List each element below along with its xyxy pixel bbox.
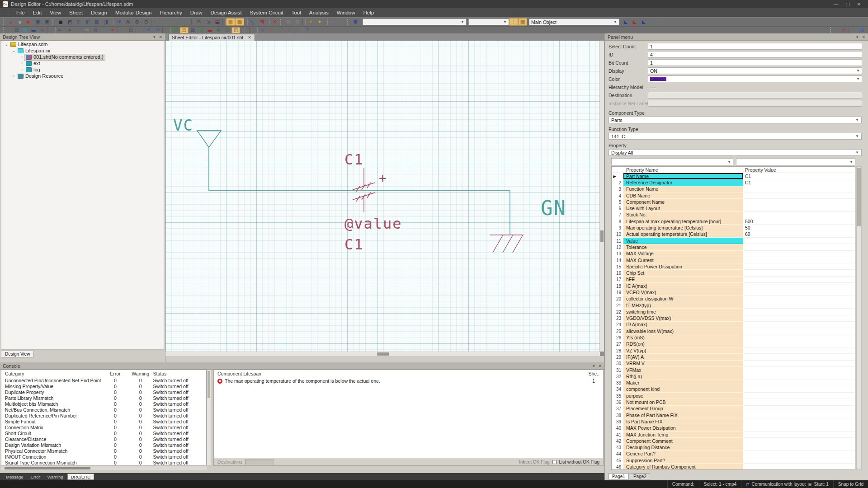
property-name-cell[interactable]: Not mount on PCB <box>623 399 743 405</box>
draw-tool-icon[interactable]: ✎ <box>337 18 346 26</box>
window-split-icon[interactable]: ◩ <box>65 18 74 26</box>
angle-blue-icon[interactable]: ◺ <box>248 18 257 26</box>
property-row[interactable]: 35 purpose <box>612 393 855 399</box>
property-table-header[interactable]: Property Name Property Value <box>612 167 855 173</box>
property-name-cell[interactable]: MAX Junction Temp. <box>623 432 743 438</box>
property-value-cell[interactable] <box>743 199 855 205</box>
list-icon[interactable]: ▤ <box>127 27 135 33</box>
property-value-cell[interactable] <box>743 186 855 192</box>
scrollbar-thumb[interactable] <box>5 467 90 469</box>
property-row[interactable]: 34 component kind <box>612 386 855 393</box>
erc-row[interactable]: Missing Property/Value 0 0 Switch turned… <box>1 383 206 389</box>
pan-right-icon[interactable]: → <box>164 18 173 26</box>
align-bottom-icon[interactable]: ⇥ <box>65 27 73 33</box>
property-name-cell[interactable]: Placement Group <box>623 406 743 412</box>
pane-left-icon[interactable]: ◧ <box>83 18 92 26</box>
scrollbar-thumb[interactable] <box>208 371 210 398</box>
property-row[interactable]: 24 ID A(max) <box>612 322 855 328</box>
property-name-cell[interactable]: Yfs (mS) <box>623 334 743 341</box>
property-value-cell[interactable] <box>743 334 855 341</box>
component-type-dropdown[interactable]: Parts▼ <box>609 117 862 123</box>
property-row[interactable]: 10 Actual operating temperature [Celsius… <box>612 231 855 238</box>
property-row[interactable]: 7 Stock No. <box>612 212 855 218</box>
property-name-cell[interactable]: IC A(max) <box>623 283 743 289</box>
add-component-icon[interactable]: ⊞ <box>171 27 180 33</box>
copy-sheet-icon[interactable]: ⧉ <box>284 18 293 26</box>
blank-page-icon[interactable]: ▢ <box>240 27 249 33</box>
tree-item-log[interactable]: › log <box>1 66 164 73</box>
property-value-cell[interactable] <box>743 270 855 276</box>
property-row[interactable]: 42 Component Comment <box>612 438 855 444</box>
property-row[interactable]: 40 MAX Power Dissipation <box>612 425 855 432</box>
pane-right-icon[interactable]: ◨ <box>101 18 110 26</box>
property-row[interactable]: 37 Placement Group <box>612 406 855 412</box>
highlight-icon[interactable]: ✦ <box>306 18 315 26</box>
link-icon[interactable]: ∿ <box>258 27 267 33</box>
property-name-cell[interactable]: switching time <box>623 309 743 315</box>
property-name-cell[interactable]: purpose <box>623 393 743 399</box>
erc-row[interactable]: Duplicated Reference/Pin Number 0 0 Swit… <box>1 413 206 418</box>
erc-row[interactable]: Duplicate Property 0 0 Switch turned off <box>1 389 206 395</box>
property-name-cell[interactable]: Maker <box>623 380 743 386</box>
property-row[interactable]: 33 Maker <box>612 380 855 386</box>
probe-icon[interactable]: ϟ <box>328 18 337 26</box>
parts-table-icon[interactable]: ▦ <box>189 27 197 33</box>
menu-item[interactable]: System Circuit <box>246 8 288 17</box>
property-row[interactable]: 8 Lifespan at max operating temperature … <box>612 218 855 225</box>
tree-item-001-sht[interactable]: › 001.sht(No comments entered.) <box>1 54 164 60</box>
help-icon[interactable]: ? <box>303 27 311 33</box>
tab-warning[interactable]: Warning <box>44 473 66 480</box>
property-row[interactable]: 41 MAX Junction Temp. <box>612 432 855 438</box>
property-name-cell[interactable]: RDS(on) <box>623 341 743 347</box>
property-value-cell[interactable] <box>743 315 855 322</box>
property-value-cell[interactable] <box>743 244 855 250</box>
property-row[interactable]: 23 VGDO/VDSS V(max) <box>612 315 855 322</box>
tab-page2[interactable]: Page2 <box>630 473 650 479</box>
erc-row[interactable]: Clearance/Distance 0 0 Switch turned off <box>1 436 206 442</box>
property-value-cell[interactable] <box>743 212 855 218</box>
snap-point-toggle-icon[interactable]: ⊹ <box>509 18 518 26</box>
canvas-vertical-scrollbar[interactable] <box>599 41 604 352</box>
property-name-cell[interactable]: component kind <box>623 386 743 393</box>
erc-row[interactable]: Multiobject bits Mismatch 0 0 Switch tur… <box>1 401 206 407</box>
property-row[interactable]: 18 IC A(max) <box>612 283 855 289</box>
refresh-view-icon[interactable]: ↺ <box>114 18 123 26</box>
property-name-cell[interactable]: Decoupling Distance <box>623 444 743 450</box>
screen-capture2-icon[interactable]: ▣ <box>42 18 52 26</box>
zoom-window-icon[interactable]: ◎ <box>123 18 132 26</box>
main-object-combo[interactable]: Main Object▼ <box>529 19 619 25</box>
property-value-cell[interactable] <box>743 328 855 334</box>
grid-snap-icon[interactable]: ▩ <box>235 18 244 26</box>
select-mode-blue-icon[interactable]: ◣ <box>621 18 630 26</box>
scrollbar-thumb[interactable] <box>377 352 389 356</box>
erc-scrollbar[interactable] <box>207 370 211 465</box>
toolbar-combo-empty[interactable]: ▼ <box>363 19 467 25</box>
tab-error[interactable]: Error <box>28 473 43 480</box>
communication-status[interactable]: ⇄Communication with layout▣Start: 1 <box>741 480 833 488</box>
property-value-cell[interactable]: C1 <box>743 179 855 186</box>
property-value-cell[interactable] <box>743 263 855 270</box>
property-value-cell[interactable]: C1 <box>743 173 855 179</box>
display-dropdown[interactable]: ON▼ <box>648 67 862 74</box>
property-value-cell[interactable] <box>743 412 855 418</box>
expand-arrow-icon[interactable]: ⌄ <box>11 48 16 53</box>
property-value-cell[interactable] <box>743 457 855 464</box>
property-row[interactable]: 26 Yfs (mS) <box>612 334 855 341</box>
property-value-cell[interactable] <box>743 464 855 470</box>
menu-item[interactable]: File <box>12 8 29 17</box>
panel-minimize-icon[interactable]: ▾ <box>593 364 595 368</box>
property-value-cell[interactable] <box>743 373 855 380</box>
screen-capture-icon[interactable]: ▣ <box>33 18 42 26</box>
property-value-cell[interactable] <box>743 432 855 438</box>
property-value-cell[interactable]: 500 <box>743 218 855 225</box>
erc-row[interactable]: Net/Bus Connection, Mismatch 0 0 Switch … <box>1 407 206 413</box>
tree-item-design-resource[interactable]: › Design Resource <box>1 73 164 79</box>
lifespan-header[interactable]: Component Lifespan She.. <box>214 370 603 377</box>
window-black-icon[interactable]: ◼ <box>56 18 65 26</box>
property-name-cell[interactable]: VCEO V(max) <box>623 289 743 296</box>
property-value-cell[interactable] <box>743 361 855 367</box>
expand-arrow-icon[interactable]: ⌄ <box>4 42 9 47</box>
property-value-cell[interactable] <box>743 380 855 386</box>
property-name-cell[interactable]: Is Part Name FIX <box>623 418 743 425</box>
property-row[interactable]: 6 Use with Layout <box>612 205 855 211</box>
